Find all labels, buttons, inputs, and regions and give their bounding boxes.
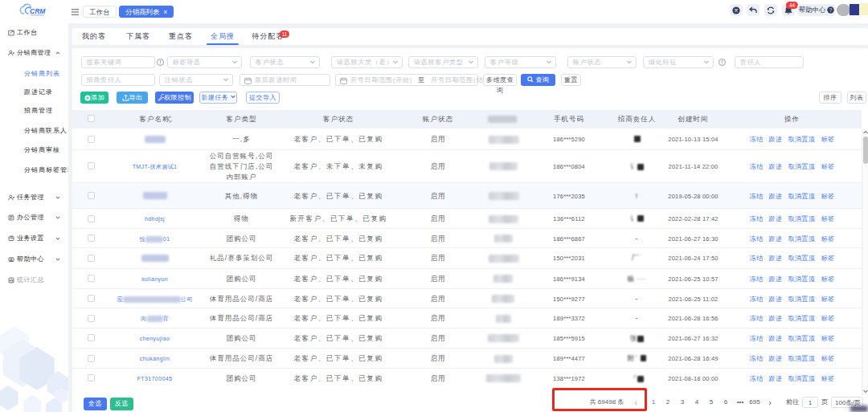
svg-text:CRM: CRM: [30, 7, 46, 15]
svg-text:?: ?: [829, 7, 832, 13]
